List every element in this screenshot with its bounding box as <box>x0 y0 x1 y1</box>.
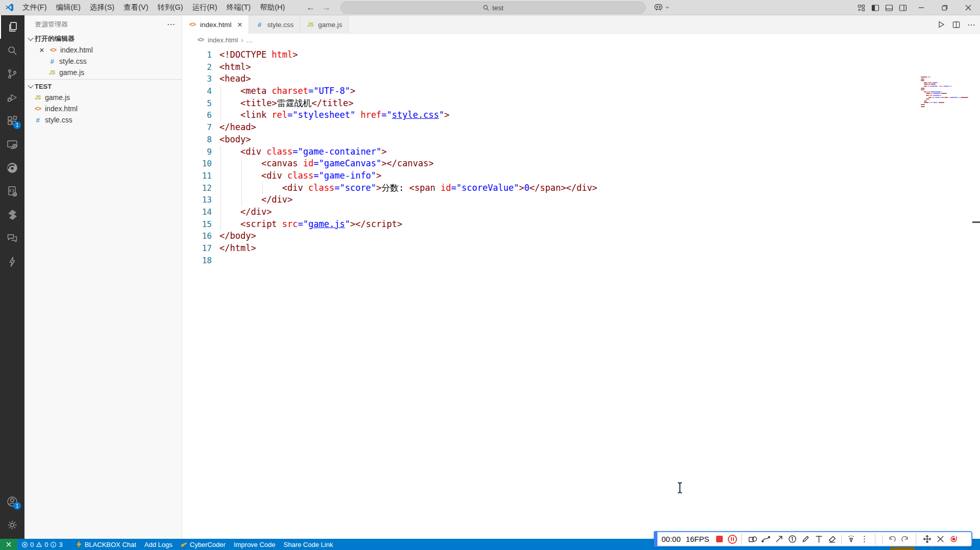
curve-tool[interactable] <box>759 533 772 546</box>
extensions-button[interactable]: 1 <box>0 109 24 133</box>
indent-guide <box>220 158 221 170</box>
undo-button[interactable] <box>885 533 898 546</box>
command-search-box[interactable]: test <box>340 2 646 14</box>
line-number: 5 <box>182 97 212 110</box>
comments-button[interactable] <box>0 227 24 250</box>
remote-explorer-button[interactable] <box>0 133 24 156</box>
breadcrumb-more[interactable]: … <box>247 36 253 44</box>
settings-gear-button[interactable] <box>0 513 24 537</box>
code-token: <head> <box>219 73 251 84</box>
sidebar-more-actions-icon[interactable]: ⋯ <box>167 19 176 29</box>
run-file-icon[interactable] <box>937 20 945 29</box>
tab-style.css[interactable]: #style.css <box>249 15 300 34</box>
split-editor-icon[interactable] <box>952 21 960 29</box>
screen-recorder-toolbar[interactable]: 00:00 16FPS <box>654 531 972 547</box>
statusbar-item-cybercoder[interactable]: CyberCoder <box>177 539 230 550</box>
tab-close-icon[interactable]: ✕ <box>237 21 243 29</box>
window-restore-button[interactable] <box>933 0 957 15</box>
breadcrumb[interactable]: <> index.html › … <box>182 34 980 46</box>
window-close-button[interactable] <box>957 0 980 15</box>
code-token <box>219 219 240 229</box>
shape-tool[interactable] <box>746 533 759 546</box>
recorder-drag-grip[interactable] <box>654 531 657 547</box>
nav-back-icon[interactable]: ← <box>306 3 315 13</box>
section-header-workspace[interactable]: TEST <box>24 81 182 92</box>
menu-帮助H[interactable]: 帮助(H) <box>255 0 289 15</box>
more-actions-icon[interactable]: ⋯ <box>967 20 976 30</box>
blackbox-button[interactable] <box>0 203 24 227</box>
thunder-client-button[interactable] <box>0 250 24 273</box>
close-tool[interactable] <box>934 533 947 546</box>
tab-game.js[interactable]: JSgame.js <box>300 15 349 34</box>
file-item-game.js[interactable]: JSgame.js <box>24 92 182 103</box>
file-item-index.html[interactable]: ✕<>index.html <box>24 44 182 56</box>
menu-文件F[interactable]: 文件(F) <box>18 0 52 15</box>
edge-devtools-button[interactable] <box>0 156 24 180</box>
copilot-button[interactable] <box>653 3 670 12</box>
search-button[interactable] <box>0 39 24 62</box>
toggle-secondary-sidebar-icon[interactable] <box>896 0 910 15</box>
pause-recording-button[interactable] <box>728 535 737 544</box>
statusbar-item-improve-code[interactable]: Improve Code <box>230 539 280 550</box>
code-runner-button[interactable] <box>0 180 24 203</box>
restart-record[interactable] <box>947 533 960 546</box>
stop-recording-button[interactable] <box>716 536 723 542</box>
customize-layout-icon[interactable] <box>854 0 868 15</box>
breadcrumb-separator: › <box>241 36 243 44</box>
statusbar-item-share-code-link[interactable]: Share Code Link <box>280 539 337 550</box>
source-control-button[interactable] <box>0 62 24 86</box>
toggle-panel-icon[interactable] <box>882 0 896 15</box>
minimap-line <box>921 102 972 103</box>
pencil-tool[interactable] <box>799 533 812 546</box>
arrow-tool[interactable] <box>772 533 786 546</box>
tab-label: game.js <box>318 21 342 29</box>
toggle-primary-sidebar-icon[interactable] <box>868 0 882 15</box>
redo-button[interactable] <box>898 533 912 546</box>
file-item-index.html[interactable]: <>index.html <box>24 103 182 114</box>
move-tool[interactable] <box>920 533 934 546</box>
explorer-button[interactable] <box>0 15 24 39</box>
number-badge-tool[interactable] <box>786 533 799 546</box>
text-tool[interactable] <box>812 533 825 546</box>
minimap-segment <box>921 86 923 87</box>
menu-终端T[interactable]: 终端(T) <box>222 0 256 15</box>
kebab-menu[interactable] <box>857 533 871 546</box>
pencil-tool-icon <box>801 535 810 543</box>
code-editor[interactable]: 1<!DOCTYPE html>2<html>3<head>4 <meta ch… <box>182 46 980 539</box>
redo-icon <box>901 535 910 543</box>
tab-index.html[interactable]: <>index.html✕ <box>182 15 249 34</box>
minimap-segment <box>921 82 923 83</box>
breadcrumb-file[interactable]: index.html <box>208 36 238 44</box>
menu-编辑E[interactable]: 编辑(E) <box>52 0 85 15</box>
file-name: index.html <box>45 105 78 113</box>
menu-运行R[interactable]: 运行(R) <box>187 0 222 15</box>
minimap-line <box>921 101 972 102</box>
remote-indicator[interactable] <box>0 539 17 550</box>
separator <box>916 534 916 545</box>
nav-forward-icon[interactable]: → <box>322 3 331 13</box>
laser-tool[interactable] <box>844 533 857 546</box>
eraser-tool[interactable] <box>825 533 839 546</box>
account-button[interactable]: 1 <box>0 490 24 513</box>
source-control-icon <box>6 68 18 80</box>
file-item-game.js[interactable]: JSgame.js <box>24 67 182 78</box>
window-minimize-button[interactable] <box>910 0 933 15</box>
minimap-segment <box>931 102 932 103</box>
menu-选择S[interactable]: 选择(S) <box>85 0 119 15</box>
minimap-line <box>921 106 972 107</box>
file-item-style.css[interactable]: #style.css <box>24 56 182 67</box>
menu-转到G[interactable]: 转到(G) <box>153 0 188 15</box>
info-icon <box>50 541 57 548</box>
problems-summary[interactable]: 0 0 3 <box>17 541 67 548</box>
run-debug-button[interactable] <box>0 86 24 109</box>
statusbar-item-add-logs[interactable]: Add Logs <box>140 539 177 550</box>
minimap-segment <box>921 80 924 81</box>
minimap[interactable] <box>921 77 972 110</box>
statusbar-item-blackbox-chat[interactable]: BLACKBOX Chat <box>72 539 140 550</box>
close-editor-icon[interactable]: ✕ <box>38 46 46 54</box>
file-item-style.css[interactable]: #style.css <box>24 114 182 126</box>
section-header-open-editors[interactable]: 打开的编辑器 <box>24 33 182 44</box>
code-line-16: 16</body> <box>182 230 980 242</box>
code-token: <title> <box>240 98 277 108</box>
menu-查看V[interactable]: 查看(V) <box>119 0 153 15</box>
